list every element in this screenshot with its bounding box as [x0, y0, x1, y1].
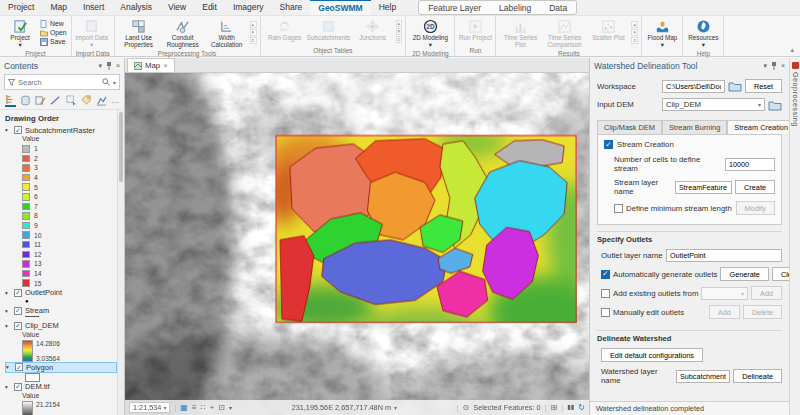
layer-checkbox[interactable]: ✓	[14, 383, 22, 391]
list-by-drawing-order-icon[interactable]	[5, 94, 16, 107]
contents-scrollbar[interactable]	[117, 108, 124, 415]
conduit-roughness-button[interactable]: Conduit Roughness	[161, 17, 205, 49]
create-button[interactable]: Create	[735, 180, 775, 194]
layer-polygon[interactable]: ▾ ✓ Polygon	[5, 362, 117, 373]
tab-geoswmm[interactable]: GeoSWMM	[310, 0, 370, 15]
pin-icon[interactable]	[106, 62, 112, 70]
grid-tool-icon[interactable]: ▦	[180, 404, 188, 412]
close-tab-icon[interactable]: ×	[163, 61, 168, 70]
tab-stream-creation[interactable]: Stream Creation	[727, 120, 789, 134]
group-scroll[interactable]: ▴▾≡	[630, 17, 639, 49]
min-stream-length-checkbox[interactable]	[614, 204, 623, 213]
snapping-toggle-icon[interactable]: ⊞	[551, 404, 558, 412]
save-button[interactable]: Save	[40, 38, 67, 46]
stream-creation-checkbox[interactable]: ✓	[604, 140, 613, 149]
collapse-ribbon-icon[interactable]: ▴	[784, 44, 800, 56]
new-button[interactable]: New	[40, 20, 67, 28]
existing-outlets-checkbox[interactable]	[601, 289, 610, 298]
layer-checkbox[interactable]: ✓	[14, 322, 22, 330]
edit-default-configurations-button[interactable]: Edit default configurations	[601, 348, 703, 362]
tab-feature-layer[interactable]: Feature Layer	[419, 1, 490, 14]
junctions-button[interactable]: Junctions	[351, 17, 395, 46]
project-button[interactable]: Project▾	[2, 17, 38, 49]
expand-icon[interactable]: ▾	[5, 308, 11, 314]
subcatchments-button[interactable]: Subcatchments	[307, 17, 351, 46]
tab-labeling[interactable]: Labeling	[490, 1, 540, 14]
list-by-labeling-icon[interactable]	[81, 94, 92, 107]
tab-analysis[interactable]: Analysis	[112, 0, 160, 15]
tab-stream-burning[interactable]: Stream Burning	[662, 120, 727, 134]
tab-data[interactable]: Data	[540, 1, 576, 14]
flood-map-button[interactable]: Flood Map▾	[644, 17, 680, 53]
generate-button[interactable]: Generate	[720, 267, 768, 281]
browse-folder-icon[interactable]	[768, 99, 782, 111]
manual-outlets-checkbox[interactable]	[601, 308, 610, 317]
close-icon[interactable]: ×	[116, 62, 120, 69]
search-input[interactable]	[18, 78, 99, 87]
list-tool-icon[interactable]: ≡	[192, 404, 197, 412]
clear-button[interactable]: Clear	[772, 267, 789, 281]
cells-input[interactable]	[725, 158, 775, 171]
pause-drawing-icon[interactable]: ▮▮	[567, 404, 574, 411]
caret-icon[interactable]: ▾	[229, 405, 232, 411]
tab-clip-mask-dem[interactable]: Clip/Mask DEM	[597, 120, 662, 134]
tab-edit[interactable]: Edit	[194, 0, 225, 15]
scatter-plot-button[interactable]: Scatter Plot	[586, 17, 630, 49]
filter-icon[interactable]	[8, 79, 15, 86]
layer-clip-dem[interactable]: ▾ ✓ Clip_DEM	[5, 321, 124, 331]
open-button[interactable]: Open	[40, 29, 67, 37]
map-view-tab[interactable]: Map ×	[127, 58, 175, 72]
time-series-comparison-button[interactable]: Time Series Comparison	[542, 17, 586, 49]
layer-outletpoint[interactable]: ▾ ✓ OutletPoint	[5, 288, 124, 298]
tab-map[interactable]: Map	[42, 0, 75, 15]
close-icon[interactable]: ×	[781, 62, 785, 69]
layer-stream[interactable]: ▾ ✓ Stream	[5, 306, 124, 316]
workspace-input[interactable]	[662, 80, 725, 93]
dots-tool-icon[interactable]: ∷	[201, 404, 206, 412]
expand-icon[interactable]: ▾	[5, 384, 11, 390]
outlet-layer-input[interactable]	[666, 249, 782, 262]
tab-share[interactable]: Share	[272, 0, 311, 15]
search-options-icon[interactable]: ▾	[113, 79, 116, 86]
tab-insert[interactable]: Insert	[75, 0, 112, 15]
reset-button[interactable]: Reset	[745, 79, 782, 93]
coordinates-display[interactable]: 231,195.56E 2,657,717.48N m ▾	[292, 403, 397, 412]
time-series-plot-button[interactable]: Time Series Plot	[498, 17, 542, 49]
tab-help[interactable]: Help	[371, 0, 404, 15]
scale-selector[interactable]: 1:21,534 ▾	[129, 402, 170, 413]
list-by-source-icon[interactable]	[20, 94, 31, 107]
list-by-snapping-icon[interactable]	[50, 94, 61, 107]
layer-dem-tif[interactable]: ▾ ✓ DEM.tif	[5, 382, 124, 392]
pan-tool-icon[interactable]: +	[210, 404, 215, 412]
land-use-properties-button[interactable]: Land Use Properties	[117, 17, 161, 49]
layer-checkbox[interactable]: ✓	[14, 307, 22, 315]
group-scroll[interactable]: ▴▾≡	[249, 17, 258, 49]
browse-folder-icon[interactable]	[728, 80, 742, 92]
add-outlet-button[interactable]: Add	[709, 305, 740, 319]
list-by-selection-icon[interactable]	[66, 94, 77, 107]
input-dem-select[interactable]: Clip_DEM ▾	[662, 98, 765, 111]
add-button[interactable]: Add	[751, 286, 782, 300]
delete-outlet-button[interactable]: Delete	[743, 305, 782, 319]
2d-modeling-button[interactable]: 2D 2D Modeling▾	[408, 17, 452, 49]
width-calculation-button[interactable]: Width Calculation	[205, 17, 249, 49]
geoprocessing-pane-tab[interactable]: Geoprocessing	[791, 72, 800, 127]
import-data-button[interactable]: Import Data▾	[74, 17, 110, 49]
pin-icon[interactable]	[771, 62, 777, 70]
delineate-button[interactable]: Delineate	[733, 369, 782, 383]
selection-icon[interactable]: ⊙	[463, 404, 470, 412]
layer-subcatchmentraster[interactable]: ▾ ✓ SubcatchmentRaster	[5, 125, 124, 135]
tab-project[interactable]: Project	[0, 0, 42, 15]
expand-icon[interactable]: ▾	[5, 323, 11, 329]
rain-gages-button[interactable]: Rain Gages	[263, 17, 307, 46]
search-icon[interactable]	[102, 78, 110, 86]
list-by-editing-icon[interactable]	[35, 94, 46, 107]
resources-button[interactable]: Resources▾	[685, 17, 721, 49]
list-by-charts-icon[interactable]	[96, 94, 107, 107]
layout-tool-icon[interactable]: ⊡	[218, 404, 225, 412]
map-canvas[interactable]: 1:21,534 ▾ | ▦ ≡ ∷ + ⊡ ▾ 231,195.56E 2,6…	[125, 73, 589, 415]
tab-imagery[interactable]: Imagery	[225, 0, 272, 15]
selected-features-count[interactable]: Selected Features: 0	[473, 403, 540, 412]
auto-outlets-checkbox[interactable]: ✓	[601, 270, 610, 279]
group-scroll[interactable]: ▴▾≡	[395, 17, 404, 46]
